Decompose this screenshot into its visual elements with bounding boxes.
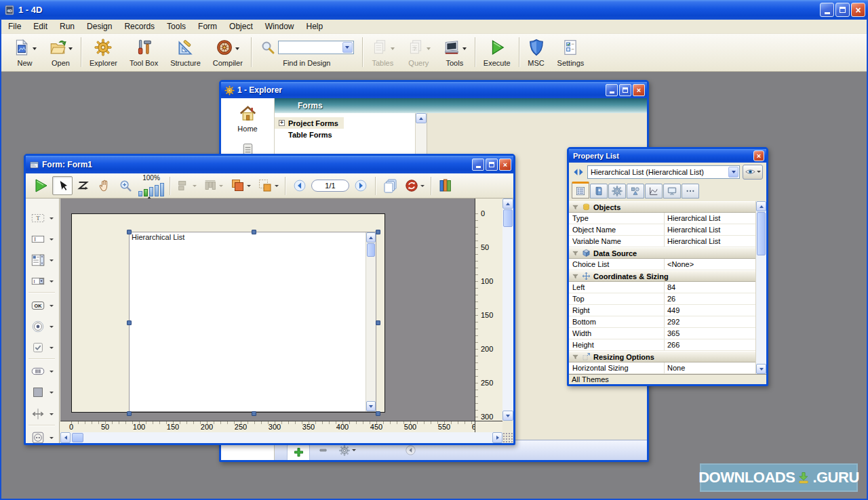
scroll-down-button[interactable]	[502, 411, 513, 421]
selection-handle[interactable]	[376, 411, 380, 416]
form-maximize-button[interactable]	[486, 159, 498, 171]
entry-order-button[interactable]	[73, 176, 94, 195]
property-list-close-button[interactable]	[753, 150, 764, 161]
toolbar-explorer-button[interactable]: Explorer	[83, 36, 123, 67]
toolbar-execute-button[interactable]: Execute	[477, 36, 517, 67]
toolbar-tool-box-button[interactable]: Tool Box	[123, 36, 164, 67]
toolbar-structure-button[interactable]: Structure	[164, 36, 207, 67]
options-button[interactable]	[339, 445, 356, 456]
align-button[interactable]	[174, 176, 199, 195]
zoom-bar-5[interactable]	[160, 183, 164, 196]
property-list-title-bar[interactable]: Property List	[569, 149, 766, 163]
toolbar-find-in-design-button[interactable]: Find in Design	[254, 36, 360, 67]
section-objects[interactable]: Objects	[569, 201, 755, 213]
tab-shapes[interactable]	[627, 184, 644, 199]
property-scrollbar[interactable]	[755, 201, 766, 374]
hierarchical-list-object[interactable]: Hierarchical List	[129, 232, 376, 412]
minimize-button[interactable]	[820, 3, 834, 17]
expand-plus-icon[interactable]	[279, 120, 285, 126]
selection-tool-button[interactable]	[52, 176, 73, 195]
combo-dropdown-button[interactable]	[728, 167, 738, 178]
vertical-scroll-thumb[interactable]	[503, 209, 513, 227]
zoom-tool-button[interactable]	[115, 176, 136, 195]
move-view-button[interactable]	[94, 176, 115, 195]
property-value-variable-name[interactable]: Hierarchical List	[664, 236, 755, 247]
scroll-left-button[interactable]	[60, 432, 71, 443]
zoom-bar-1[interactable]	[138, 191, 142, 196]
dropdown-arrow-icon[interactable]	[462, 43, 467, 52]
remove-form-button[interactable]	[318, 445, 328, 455]
menu-file[interactable]: File	[2, 20, 27, 33]
object-scrollbar[interactable]	[366, 232, 376, 411]
tab-appearance[interactable]	[590, 184, 608, 199]
property-value-height[interactable]: 266	[664, 339, 755, 350]
property-value-bottom[interactable]: 292	[664, 316, 755, 327]
explorer-maximize-button[interactable]	[619, 84, 631, 96]
close-button[interactable]	[851, 3, 865, 17]
selection-handle[interactable]	[127, 230, 132, 234]
text-tool[interactable]: T	[29, 210, 54, 226]
menu-help[interactable]: Help	[300, 20, 329, 33]
combo-box-tool[interactable]: I	[29, 273, 54, 289]
explorer-minimize-button[interactable]	[606, 84, 618, 96]
menu-run[interactable]: Run	[54, 20, 81, 33]
form-title-bar[interactable]: Form: Form1	[26, 156, 513, 173]
library-button[interactable]	[435, 176, 456, 195]
toolbar-msc-button[interactable]: MSC	[521, 36, 551, 67]
tree-item-table-forms[interactable]: Table Forms	[275, 129, 338, 140]
menu-window[interactable]: Window	[259, 20, 300, 33]
level-button[interactable]	[226, 176, 254, 195]
menu-form[interactable]: Form	[192, 20, 223, 33]
property-value-horizontal-sizing[interactable]: None	[664, 362, 755, 373]
find-in-design-input[interactable]	[279, 42, 340, 53]
tab-more[interactable]	[682, 184, 699, 199]
dropdown-arrow-icon[interactable]	[391, 43, 395, 52]
horizontal-scrollbar[interactable]	[60, 432, 502, 443]
zoom-level-control[interactable]: 100%	[138, 175, 164, 196]
zoom-bar-4[interactable]	[155, 185, 159, 196]
property-scroll-down[interactable]	[756, 364, 766, 374]
toolbar-query-button[interactable]: ?Query	[401, 36, 437, 67]
rectangle-tool[interactable]	[29, 384, 54, 400]
resize-grip[interactable]	[502, 432, 513, 443]
explorer-title-bar[interactable]: 1 - Explorer	[221, 82, 647, 98]
property-value-left[interactable]: 84	[664, 282, 755, 293]
menu-records[interactable]: Records	[118, 20, 161, 33]
toolbar-settings-button[interactable]: Settings	[551, 36, 591, 67]
find-in-design-combo[interactable]	[278, 41, 354, 54]
property-value-object-name[interactable]: Hierarchical List	[664, 224, 755, 235]
tab-events[interactable]	[645, 184, 663, 199]
scroll-right-button[interactable]	[492, 432, 502, 443]
tab-display[interactable]	[663, 184, 681, 199]
toolbar-tools-button[interactable]: Tools	[437, 36, 473, 67]
main-title-bar[interactable]: 4D 1 - 4D	[0, 0, 868, 20]
object-selector-combo[interactable]: Hierarchical List (Hierarchical List)	[587, 165, 740, 179]
sidebar-item-home[interactable]: Home	[237, 104, 257, 133]
add-form-button[interactable]	[287, 444, 310, 460]
section-coordinates-sizing[interactable]: Coordinates & Sizing	[569, 270, 755, 282]
selection-handle[interactable]	[376, 320, 380, 325]
horizontal-scroll-thumb[interactable]	[72, 433, 83, 442]
button-grid-tool[interactable]	[29, 363, 54, 379]
menu-tools[interactable]: Tools	[161, 20, 192, 33]
combo-dropdown-button[interactable]	[342, 42, 353, 53]
selection-handle[interactable]	[252, 411, 256, 416]
menu-design[interactable]: Design	[81, 20, 118, 33]
property-scroll-thumb[interactable]	[757, 212, 766, 255]
form-views-button[interactable]	[401, 176, 427, 195]
button-tool[interactable]: OK	[29, 297, 54, 314]
property-value-width[interactable]: 365	[664, 328, 755, 339]
tree-item-project-forms[interactable]: Project Forms	[275, 117, 344, 129]
splitter-tool[interactable]	[29, 406, 54, 422]
back-button[interactable]	[405, 444, 416, 456]
section-data-source[interactable]: Data Source	[569, 247, 755, 259]
scroll-up-button[interactable]	[502, 199, 513, 209]
tree-scroll-up[interactable]	[416, 113, 427, 123]
toolbar-open-button[interactable]: Open	[43, 36, 79, 67]
property-value-choice-list[interactable]: <None>	[664, 259, 755, 270]
dropdown-arrow-icon[interactable]	[427, 43, 431, 52]
display-page-button[interactable]	[379, 176, 401, 195]
checkbox-tool[interactable]	[29, 339, 54, 356]
form-minimize-button[interactable]	[472, 159, 484, 171]
dropdown-arrow-icon[interactable]	[33, 43, 37, 52]
